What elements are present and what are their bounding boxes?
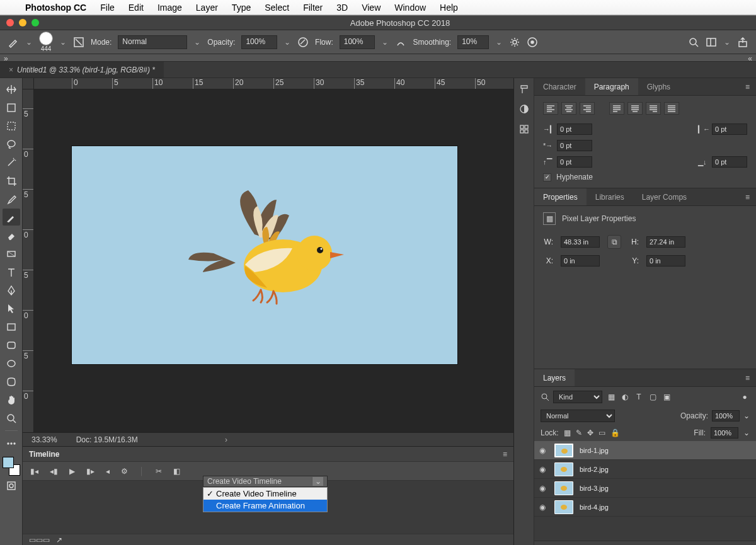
opacity-caret[interactable]: ⌄ — [743, 411, 750, 420]
export-icon[interactable]: ↗ — [56, 536, 62, 544]
menu-view[interactable]: View — [362, 3, 381, 13]
filter-kind-select[interactable]: Kind — [553, 391, 602, 403]
color-swatches[interactable] — [3, 457, 20, 476]
lock-all-icon[interactable]: 🔒 — [610, 428, 620, 437]
y-input[interactable] — [646, 255, 685, 267]
magic-wand-tool[interactable] — [3, 154, 20, 171]
layer-item[interactable]: ◉ bird-1.jpg — [534, 441, 756, 460]
ruler-horizontal[interactable]: 0 5 10 15 20 25 30 35 40 45 50 — [34, 78, 513, 89]
menu-3d[interactable]: 3D — [336, 3, 348, 13]
search-icon[interactable] — [688, 37, 699, 48]
prev-frame-icon[interactable]: ◂▮ — [50, 467, 58, 476]
ruler-vertical[interactable]: 5 0 5 0 5 0 5 0 — [23, 89, 34, 432]
layer-thumbnail[interactable] — [554, 481, 573, 495]
doc-info[interactable]: Doc: 19.5M/16.3M — [76, 435, 138, 444]
create-frame-animation-option[interactable]: Create Frame Animation — [203, 500, 327, 512]
brush-tool-icon[interactable] — [8, 37, 19, 48]
brush-panel-icon[interactable] — [73, 37, 84, 48]
space-after-input[interactable] — [712, 156, 747, 168]
flow-value[interactable]: 100% — [340, 35, 375, 49]
filter-pixel-icon[interactable]: ▦ — [606, 392, 616, 402]
layers-menu-icon[interactable]: ≡ — [739, 369, 756, 386]
workspace-icon[interactable] — [706, 37, 717, 48]
menu-help[interactable]: Help — [440, 3, 458, 13]
lock-image-icon[interactable]: ✎ — [576, 428, 582, 437]
paragraph-menu-icon[interactable]: ≡ — [739, 78, 756, 95]
render-icon[interactable]: ▭▭▭ — [29, 536, 50, 544]
first-line-indent-input[interactable] — [557, 140, 592, 151]
gradient-tool[interactable] — [3, 245, 20, 262]
menu-type[interactable]: Type — [232, 3, 251, 13]
pressure-opacity-icon[interactable] — [297, 37, 309, 48]
menu-edit[interactable]: Edit — [129, 3, 144, 13]
menu-file[interactable]: File — [100, 3, 115, 13]
close-tab-icon[interactable]: × — [9, 66, 13, 74]
filter-adjust-icon[interactable]: ◐ — [620, 392, 630, 402]
canvas-viewport[interactable] — [34, 89, 513, 432]
properties-menu-icon[interactable]: ≡ — [739, 188, 756, 205]
doc-info-chevron[interactable]: › — [225, 435, 227, 444]
share-icon[interactable] — [737, 37, 748, 48]
brush-preset-caret[interactable]: ⌄ — [59, 38, 67, 47]
layer-thumbnail[interactable] — [554, 462, 573, 476]
align-right-icon[interactable] — [580, 102, 595, 115]
menu-filter[interactable]: Filter — [303, 3, 323, 13]
ellipse-tool[interactable] — [3, 355, 20, 372]
tool-preset-caret[interactable]: ⌄ — [25, 38, 33, 47]
path-selection-tool[interactable] — [3, 300, 20, 317]
visibility-icon[interactable]: ◉ — [539, 465, 548, 474]
timeline-settings-icon[interactable]: ⚙ — [121, 467, 128, 476]
brush-preview[interactable] — [39, 32, 53, 45]
marquee-tool[interactable] — [3, 117, 20, 134]
rounded-rect-tool[interactable] — [3, 336, 20, 353]
layers-tab[interactable]: Layers — [534, 369, 575, 386]
opacity-value[interactable]: 100% — [241, 35, 277, 49]
filter-shape-icon[interactable]: ▢ — [648, 392, 658, 402]
libraries-tab[interactable]: Libraries — [587, 188, 633, 205]
brush-settings-icon[interactable] — [518, 83, 530, 95]
layer-thumbnail[interactable] — [554, 444, 573, 457]
custom-shape-tool[interactable] — [3, 373, 20, 390]
foreground-swatch[interactable] — [3, 457, 14, 468]
flow-caret[interactable]: ⌄ — [381, 38, 389, 47]
airbrush-icon[interactable] — [395, 37, 406, 48]
indent-left-input[interactable] — [557, 123, 592, 135]
brush-tool[interactable] — [3, 209, 20, 226]
justify-all-icon[interactable] — [664, 102, 679, 115]
justify-left-icon[interactable] — [609, 102, 624, 115]
height-input[interactable] — [646, 236, 685, 248]
layer-thumbnail[interactable] — [554, 500, 573, 514]
swatches-icon[interactable] — [518, 103, 530, 115]
align-left-icon[interactable] — [543, 102, 558, 115]
layer-item[interactable]: ◉ bird-3.jpg — [534, 479, 756, 498]
blend-mode-select[interactable]: Normal — [541, 410, 615, 422]
justify-right-icon[interactable] — [646, 102, 661, 115]
document-tab[interactable]: × Untitled1 @ 33.3% (bird-1.jpg, RGB/8#)… — [0, 62, 164, 77]
opacity-caret[interactable]: ⌄ — [284, 38, 291, 47]
visibility-icon[interactable]: ◉ — [539, 503, 548, 512]
layer-item[interactable]: ◉ bird-2.jpg — [534, 460, 756, 479]
lasso-tool[interactable] — [3, 135, 20, 152]
space-before-input[interactable] — [557, 156, 592, 168]
split-icon[interactable]: ✂ — [156, 467, 162, 476]
quickmask-icon[interactable] — [3, 477, 20, 494]
transition-icon[interactable]: ◧ — [173, 467, 180, 476]
artboard-tool[interactable] — [3, 99, 20, 116]
window-minimize-button[interactable] — [19, 19, 26, 26]
indent-right-input[interactable] — [712, 123, 747, 135]
glyphs-tab[interactable]: Glyphs — [638, 78, 679, 95]
workspace-caret[interactable]: ⌄ — [723, 38, 731, 47]
eyedropper-tool[interactable] — [3, 190, 20, 207]
pressure-size-icon[interactable] — [527, 37, 538, 48]
play-icon[interactable]: ▶ — [69, 467, 75, 476]
pen-tool[interactable] — [3, 282, 20, 299]
justify-center-icon[interactable] — [627, 102, 643, 115]
character-tab[interactable]: Character — [534, 78, 585, 95]
visibility-icon[interactable]: ◉ — [539, 484, 548, 493]
paragraph-tab[interactable]: Paragraph — [585, 78, 638, 95]
timeline-panel-menu-icon[interactable]: ≡ — [503, 450, 507, 459]
timeline-dropdown-caret[interactable]: ⌄ — [312, 477, 323, 486]
layer-opacity-input[interactable] — [712, 410, 740, 422]
filter-toggle-icon[interactable]: ● — [740, 392, 750, 402]
link-dimensions-icon[interactable]: ⧉ — [607, 235, 621, 249]
